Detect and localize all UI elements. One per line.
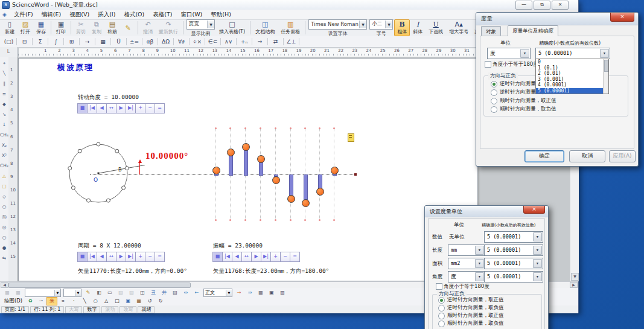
- toolbar-button-0[interactable]: ▯新建: [2, 19, 18, 36]
- bottom-tool-7[interactable]: ○: [90, 297, 101, 305]
- bottom-tool-9[interactable]: □: [112, 297, 123, 305]
- math-template-button-0[interactable]: (□): [2, 37, 15, 46]
- ok-button[interactable]: 确定: [524, 150, 564, 162]
- player-button-6[interactable]: +: [135, 252, 145, 262]
- player-button-4[interactable]: ▶: [116, 252, 126, 262]
- toolbar-button-11[interactable]: ↶撤消: [140, 19, 156, 36]
- bottom-tool-0[interactable]: ▦: [2, 289, 13, 297]
- tab-measure-units[interactable]: 度量单位及精确度: [508, 25, 558, 36]
- bottom-combo-3[interactable]: ▼: [63, 289, 81, 297]
- bottom-tool-10[interactable]: ▣: [123, 297, 133, 305]
- radio-icon[interactable]: [438, 297, 445, 304]
- toolbar-button-9[interactable]: ✎: [120, 23, 136, 33]
- close-button[interactable]: ×: [552, 1, 569, 10]
- chevron-down-icon[interactable]: ▼: [533, 272, 542, 281]
- radio-option-2[interactable]: 顺时针方向测量，取正值: [438, 312, 504, 319]
- player-button-0[interactable]: ■: [212, 252, 223, 262]
- scroll-down-icon[interactable]: ▼: [571, 273, 579, 281]
- math-template-button-10[interactable]: ΔΩ: [159, 37, 172, 46]
- bottom-tool-8[interactable]: ▤: [126, 289, 137, 297]
- player-button-2[interactable]: ◀: [232, 252, 242, 262]
- player-button-5[interactable]: ▶|: [126, 252, 136, 262]
- angle-under-180-checkbox[interactable]: [436, 283, 442, 290]
- wave-bar[interactable]: [244, 147, 248, 176]
- bottom-tool-5[interactable]: ◧: [94, 289, 104, 297]
- chevron-down-icon[interactable]: ▼: [600, 49, 609, 58]
- bottom-tool-11[interactable]: 井: [159, 289, 170, 297]
- bottom-tool-18[interactable]: ▦: [255, 289, 266, 297]
- bottom-tool-6[interactable]: ▭: [104, 289, 115, 297]
- precision-combo-2[interactable]: 5 (0.00001)▼: [484, 258, 543, 269]
- chem-tool-18[interactable]: ●: [2, 243, 7, 253]
- radio-icon[interactable]: [438, 321, 445, 327]
- radio-option-3[interactable]: 顺时针方向测量，取负值: [438, 320, 504, 327]
- unit-combo-3[interactable]: 度▼: [448, 271, 485, 283]
- chem-tool-0[interactable]: ⌖: [3, 58, 5, 68]
- player-button-1[interactable]: |◀: [222, 252, 232, 262]
- bottom-combo-15[interactable]: 正文▼: [203, 289, 232, 297]
- menu-item-1[interactable]: 文件(F): [10, 10, 37, 19]
- tab-object[interactable]: 对象: [481, 26, 501, 36]
- menu-item-5[interactable]: 格式(O): [120, 10, 148, 19]
- player-button-5[interactable]: ▶|: [126, 103, 136, 113]
- angle-under-180-checkbox[interactable]: [485, 61, 491, 68]
- radio-icon[interactable]: [491, 106, 497, 113]
- chevron-down-icon[interactable]: ▼: [520, 49, 529, 58]
- wave-ball[interactable]: [302, 199, 310, 207]
- chem-tool-17[interactable]: ○: [2, 232, 7, 243]
- math-template-button-4[interactable]: ⊞: [65, 37, 78, 46]
- dropdown-item-0[interactable]: 0: [536, 59, 603, 65]
- toolbar-button-12[interactable]: ↷重新执行: [156, 19, 181, 36]
- chevron-down-icon[interactable]: ▼: [207, 21, 214, 28]
- toolbar-button-6[interactable]: ✂剪切: [73, 19, 89, 36]
- toolbar-button-15[interactable]: □插入表格(T): [216, 19, 248, 36]
- ruler-corner[interactable]: L: [0, 47, 18, 57]
- chem-tool-3[interactable]: ≡: [2, 89, 6, 99]
- player-button-3[interactable]: ↔: [106, 103, 116, 113]
- wave-ball[interactable]: [272, 176, 280, 184]
- bottom-tool-3[interactable]: 米: [46, 297, 57, 305]
- toolbar-button-4[interactable]: ▣打印: [53, 19, 69, 36]
- chevron-down-icon[interactable]: ▼: [475, 259, 484, 268]
- chevron-down-icon[interactable]: ▼: [475, 272, 484, 281]
- cancel-button[interactable]: 取消: [569, 150, 605, 162]
- minimize-button[interactable]: —: [515, 1, 532, 10]
- toolbar-button-8[interactable]: ▤粘贴: [104, 19, 120, 36]
- dialog-close-icon[interactable]: ×: [523, 206, 545, 214]
- maximize-button[interactable]: ⧉: [534, 1, 550, 10]
- menu-item-3[interactable]: 视图(V): [65, 10, 94, 19]
- title-bar[interactable]: S ScienceWord - [Web_变量.dsc] — ⧉ ×: [0, 0, 578, 10]
- wave-ball[interactable]: [212, 167, 220, 174]
- math-template-button-14[interactable]: ∧∨: [222, 37, 235, 46]
- combo-21[interactable]: 小二▼: [369, 19, 393, 30]
- math-template-button-15[interactable]: +ₙ: [238, 37, 250, 46]
- math-template-button-8[interactable]: ±=: [128, 37, 141, 46]
- dropdown-item-2[interactable]: 2 (0.01): [536, 71, 603, 77]
- wave-ball[interactable]: [331, 167, 339, 174]
- radio-icon[interactable]: [438, 305, 445, 311]
- menu-item-7[interactable]: 窗口(W): [176, 10, 206, 19]
- chem-tool-12[interactable]: □: [2, 181, 6, 191]
- bottom-tool-17[interactable]: ⇒: [244, 289, 255, 297]
- chem-tool-19[interactable]: ⇋: [2, 253, 6, 263]
- radio-option-0[interactable]: 逆时针方向测量，取正值: [438, 296, 504, 304]
- toolbar-button-7[interactable]: ⧉复制: [89, 19, 104, 36]
- menu-item-6[interactable]: 表格(T): [148, 10, 176, 19]
- bottom-tool-1[interactable]: ♻: [25, 297, 36, 305]
- dropdown-item-4[interactable]: 4 (0.0001): [536, 82, 603, 88]
- chem-tool-4[interactable]: ◆: [2, 99, 6, 109]
- precision-combo[interactable]: 5 (0.00001)▼: [535, 48, 610, 59]
- dropdown-item-1[interactable]: 1 (0.1): [536, 65, 603, 71]
- unit-combo-2[interactable]: mm2▼: [448, 258, 485, 269]
- math-template-button-2[interactable]: Σ: [34, 37, 46, 46]
- chem-tool-7[interactable]: CH₄: [0, 130, 8, 140]
- math-template-button-12[interactable]: ÷×: [191, 37, 203, 46]
- bottom-combo-2[interactable]: ▼: [25, 289, 61, 297]
- bottom-tool-5[interactable]: ·: [68, 297, 79, 305]
- player-button-3[interactable]: ↔: [106, 252, 116, 262]
- precision-dropdown-list[interactable]: 01 (0.1)2 (0.01)3 (0.001)4 (0.0001)5 (0.…: [535, 59, 609, 94]
- wave-ball[interactable]: [242, 143, 250, 151]
- precision-combo-3[interactable]: 5 (0.00001)▼: [484, 271, 543, 283]
- chem-tool-1[interactable]: ╲: [3, 68, 6, 78]
- player-button-6[interactable]: +: [270, 252, 281, 262]
